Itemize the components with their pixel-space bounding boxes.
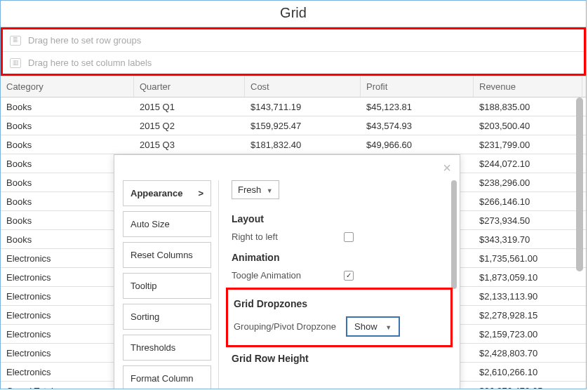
row-groups-dropzone[interactable]: ≣ Drag here to set row groups bbox=[3, 29, 584, 52]
theme-select-value: Fresh bbox=[238, 184, 261, 195]
cell-profit: $43,574.93 bbox=[361, 117, 474, 135]
grouping-dropzone-select[interactable]: Show ▼ bbox=[346, 316, 400, 337]
cell-cost: $143,711.19 bbox=[245, 98, 361, 116]
grid-row-height-heading: Grid Row Height bbox=[232, 353, 448, 364]
sidebar-label-format-column: Format Column bbox=[131, 373, 194, 384]
settings-modal: × Appearance > Auto Size Reset Columns T… bbox=[114, 154, 460, 389]
dropzones-highlight: ≣ Drag here to set row groups ▥ Drag her… bbox=[1, 27, 586, 76]
layout-heading: Layout bbox=[232, 213, 448, 224]
chevron-down-icon: ▼ bbox=[267, 187, 273, 194]
cell-revenue: $266,146.10 bbox=[474, 193, 582, 210]
animation-heading: Animation bbox=[232, 252, 448, 263]
row-groups-icon: ≣ bbox=[10, 36, 21, 46]
cell-revenue: $273,934.50 bbox=[474, 212, 582, 229]
rtl-label: Right to left bbox=[232, 231, 344, 242]
chevron-right-icon: > bbox=[198, 188, 203, 199]
grid-dropzones-highlight: Grid Dropzones Grouping/Pivot Dropzone S… bbox=[226, 288, 453, 347]
cell-revenue: $2,159,723.00 bbox=[474, 325, 582, 343]
table-row[interactable]: Books2015 Q1$143,711.19$45,123.81$188,83… bbox=[1, 98, 586, 116]
cell-revenue: $343,319.70 bbox=[474, 231, 582, 248]
sidebar-item-sorting[interactable]: Sorting bbox=[123, 304, 211, 330]
header-quarter[interactable]: Quarter bbox=[134, 76, 245, 97]
sidebar-label-reset-columns: Reset Columns bbox=[131, 250, 193, 260]
header-profit[interactable]: Profit bbox=[361, 76, 474, 97]
cell-revenue: $238,296.00 bbox=[474, 174, 582, 191]
sidebar-item-thresholds[interactable]: Thresholds bbox=[123, 335, 211, 361]
header-revenue[interactable]: Revenue bbox=[474, 76, 582, 97]
modal-content: Fresh ▼ Layout Right to left Animation T… bbox=[218, 180, 460, 389]
column-labels-placeholder: Drag here to set column labels bbox=[28, 58, 152, 68]
sidebar-label-auto-size: Auto Size bbox=[131, 219, 170, 229]
sidebar-label-tooltip: Tooltip bbox=[131, 281, 157, 291]
header-category[interactable]: Category bbox=[1, 76, 134, 97]
cell-category: Books bbox=[1, 136, 134, 154]
sidebar-item-tooltip[interactable]: Tooltip bbox=[123, 273, 211, 299]
cell-revenue: $188,835.00 bbox=[474, 98, 582, 116]
scrollbar-track[interactable] bbox=[576, 98, 584, 386]
cell-revenue: $1,873,059.10 bbox=[474, 269, 582, 286]
cell-revenue: $2,428,803.70 bbox=[474, 344, 582, 362]
modal-sidebar: Appearance > Auto Size Reset Columns Too… bbox=[114, 180, 218, 389]
cell-quarter: 2015 Q2 bbox=[134, 117, 245, 135]
page-title: Grid bbox=[1, 1, 586, 27]
cell-revenue: $2,610,266.10 bbox=[474, 363, 582, 381]
cell-quarter: 2015 Q1 bbox=[134, 98, 245, 116]
cell-category: Books bbox=[1, 117, 134, 135]
table-header: Category Quarter Cost Profit Revenue bbox=[1, 76, 586, 98]
rtl-checkbox[interactable] bbox=[344, 232, 354, 242]
sidebar-label-sorting: Sorting bbox=[131, 311, 159, 322]
row-groups-placeholder: Drag here to set row groups bbox=[28, 35, 141, 46]
sidebar-label-appearance: Appearance bbox=[131, 188, 182, 199]
cell-revenue: $244,072.10 bbox=[474, 155, 582, 173]
table-row[interactable]: Books2015 Q3$181,832.40$49,966.60$231,79… bbox=[1, 135, 586, 154]
toggle-animation-checkbox[interactable]: ✓ bbox=[344, 271, 354, 281]
cell-cost: $181,832.40 bbox=[245, 136, 361, 154]
cell-profit: $45,123.81 bbox=[361, 98, 474, 116]
scrollbar-thumb[interactable] bbox=[576, 98, 583, 271]
column-labels-icon: ▥ bbox=[10, 58, 21, 68]
column-labels-dropzone[interactable]: ▥ Drag here to set column labels bbox=[3, 52, 584, 74]
grouping-dropzone-label: Grouping/Pivot Dropzone bbox=[234, 321, 346, 332]
sidebar-item-auto-size[interactable]: Auto Size bbox=[123, 211, 211, 237]
grouping-dropzone-value: Show bbox=[354, 321, 377, 332]
sidebar-item-format-column[interactable]: Format Column bbox=[123, 365, 211, 389]
cell-revenue: $231,799.00 bbox=[474, 136, 582, 154]
sidebar-item-appearance[interactable]: Appearance > bbox=[123, 180, 211, 206]
totals-revenue: $26,376,470.05 bbox=[474, 382, 582, 390]
grid-dropzones-heading: Grid Dropzones bbox=[234, 298, 445, 309]
cell-category: Books bbox=[1, 98, 134, 116]
cell-quarter: 2015 Q3 bbox=[134, 136, 245, 154]
sidebar-item-reset-columns[interactable]: Reset Columns bbox=[123, 242, 211, 268]
chevron-down-icon: ▼ bbox=[385, 324, 392, 331]
cell-revenue: $203,500.40 bbox=[474, 117, 582, 135]
cell-cost: $159,925.47 bbox=[245, 117, 361, 135]
theme-select[interactable]: Fresh ▼ bbox=[232, 180, 279, 199]
table-row[interactable]: Books2015 Q2$159,925.47$43,574.93$203,50… bbox=[1, 116, 586, 135]
toggle-animation-label: Toogle Animation bbox=[232, 270, 344, 281]
cell-profit: $49,966.60 bbox=[361, 136, 474, 154]
header-cost[interactable]: Cost bbox=[245, 76, 361, 97]
sidebar-label-thresholds: Thresholds bbox=[131, 342, 175, 353]
cell-revenue: $2,278,928.15 bbox=[474, 307, 582, 324]
cell-revenue: $1,735,561.00 bbox=[474, 250, 582, 267]
cell-revenue: $2,133,113.90 bbox=[474, 288, 582, 305]
